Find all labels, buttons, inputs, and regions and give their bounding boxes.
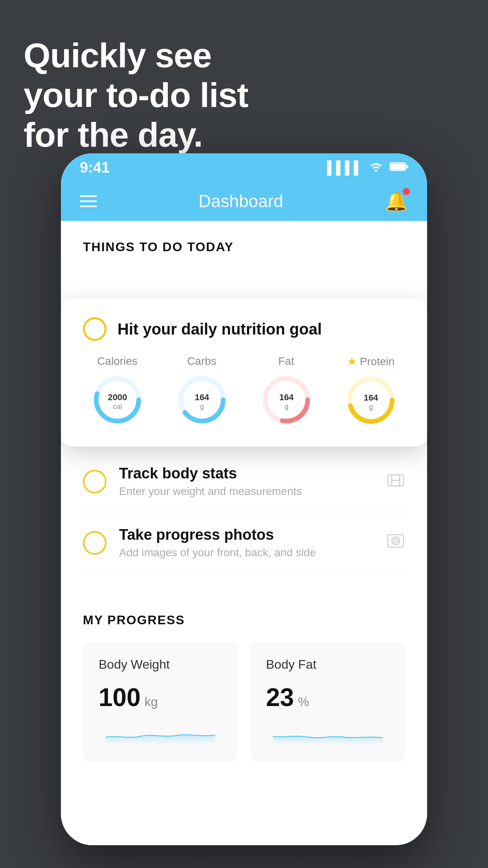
notification-dot (403, 188, 410, 195)
carbs-chart: 164 g (174, 372, 229, 427)
svg-text:g: g (200, 403, 204, 410)
body-fat-card: Body Fat 23 % (250, 642, 405, 762)
svg-text:164: 164 (363, 393, 378, 403)
body-fat-number: 23 (266, 683, 294, 712)
body-fat-unit: % (298, 695, 309, 709)
body-fat-value: 23 % (266, 683, 389, 712)
status-time: 9:41 (80, 159, 110, 176)
nav-title: Dashboard (198, 191, 283, 211)
nutrition-check-circle (83, 317, 106, 341)
phone-frame: 9:41 ▌▌▌▌ Dashboard 🔔 (61, 153, 427, 845)
nutrition-card-title: Hit your daily nutrition goal (117, 320, 322, 338)
calories-label: Calories (97, 355, 138, 368)
battery-icon (389, 160, 408, 175)
section-header-today: THINGS TO DO TODAY (61, 221, 427, 264)
bell-button[interactable]: 🔔 (385, 190, 408, 212)
body-weight-chart (99, 721, 222, 745)
body-stats-title: Track body stats (119, 465, 374, 482)
svg-text:2000: 2000 (108, 392, 127, 402)
headline-line2: your to-do list (24, 75, 248, 115)
body-stats-icon (386, 472, 405, 491)
svg-text:164: 164 (194, 392, 209, 402)
body-weight-unit: kg (145, 695, 158, 709)
wifi-icon (369, 160, 383, 175)
svg-point-27 (394, 539, 398, 543)
protein-chart: 164 g (343, 373, 398, 428)
photos-text: Take progress photos Add images of your … (119, 526, 374, 559)
body-fat-card-title: Body Fat (266, 657, 389, 672)
svg-text:g: g (369, 403, 372, 411)
fat-label: Fat (278, 355, 294, 368)
hamburger-menu[interactable] (80, 195, 97, 207)
content-area: THINGS TO DO TODAY Hit your daily nutrit… (61, 221, 427, 845)
nutrition-carbs: Carbs 164 g (174, 355, 229, 428)
svg-point-26 (392, 537, 400, 545)
photos-subtitle: Add images of your front, back, and side (119, 546, 374, 559)
nutrition-calories: Calories 2000 cal (90, 355, 145, 428)
nutrition-protein: ★ Protein 164 g (343, 355, 398, 428)
photos-icon (386, 533, 405, 553)
svg-text:164: 164 (279, 392, 294, 402)
body-weight-number: 100 (99, 683, 141, 712)
headline: Quickly see your to-do list for the day. (24, 35, 248, 155)
svg-rect-2 (406, 165, 408, 168)
body-weight-card-title: Body Weight (99, 657, 222, 672)
status-icons: ▌▌▌▌ (327, 160, 408, 175)
nutrition-fat: Fat 164 g (259, 355, 314, 428)
star-icon: ★ (347, 355, 357, 368)
photos-check-circle (83, 531, 106, 555)
signal-icon: ▌▌▌▌ (327, 160, 363, 175)
progress-cards: Body Weight 100 kg (83, 642, 405, 762)
nutrition-card: Hit your daily nutrition goal Calories 2… (61, 298, 427, 447)
photos-title: Take progress photos (119, 526, 374, 543)
progress-section: MY PROGRESS Body Weight 100 kg (61, 589, 427, 762)
todo-item-body-stats[interactable]: Track body stats Enter your weight and m… (83, 451, 405, 512)
nav-bar: Dashboard 🔔 (61, 182, 427, 221)
body-stats-subtitle: Enter your weight and measurements (119, 485, 374, 498)
calories-chart: 2000 cal (90, 372, 145, 427)
headline-line1: Quickly see (24, 35, 248, 75)
body-weight-value: 100 kg (99, 683, 222, 712)
todo-item-photos[interactable]: Take progress photos Add images of your … (83, 512, 405, 574)
nutrition-row: Calories 2000 cal Carbs (83, 355, 405, 428)
svg-text:g: g (284, 403, 288, 410)
body-stats-check-circle (83, 470, 106, 493)
protein-label: ★ Protein (347, 355, 395, 368)
headline-line3: for the day. (24, 115, 248, 154)
body-stats-text: Track body stats Enter your weight and m… (119, 465, 374, 498)
carbs-label: Carbs (187, 355, 216, 368)
progress-header: MY PROGRESS (83, 613, 405, 627)
svg-text:cal: cal (113, 403, 122, 410)
svg-rect-1 (390, 164, 405, 170)
status-bar: 9:41 ▌▌▌▌ (61, 153, 427, 182)
fat-chart: 164 g (259, 372, 314, 427)
body-fat-chart (266, 721, 389, 745)
body-weight-card: Body Weight 100 kg (83, 642, 238, 762)
